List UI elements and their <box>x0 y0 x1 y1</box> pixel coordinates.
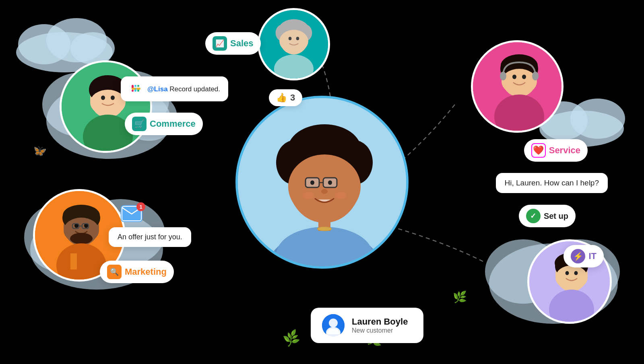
svg-point-98 <box>566 271 569 275</box>
service-label: Service <box>549 145 580 156</box>
sales-pill: 📈 Sales <box>205 32 261 55</box>
person-svg-tr <box>473 42 564 133</box>
person-svg-tl <box>62 62 152 153</box>
svg-point-26 <box>101 96 105 100</box>
svg-point-83 <box>321 189 328 194</box>
slack-rest: Record updated. <box>168 85 220 93</box>
sales-label: Sales <box>230 38 254 49</box>
svg-point-47 <box>532 72 539 80</box>
reaction-bubble: 👍 3 <box>269 89 302 106</box>
person-top-left <box>60 60 152 153</box>
it-icon: ⚡ <box>571 249 585 263</box>
person-top-right <box>471 40 564 133</box>
leaf-right: 🌿 <box>453 290 467 304</box>
svg-point-43 <box>502 69 537 95</box>
svg-point-25 <box>90 90 126 115</box>
slack-message: @Lisa Record updated. <box>147 85 220 93</box>
svg-point-84 <box>303 192 314 199</box>
service-icon: ❤️ <box>531 143 546 158</box>
svg-point-27 <box>111 96 115 100</box>
svg-rect-35 <box>137 85 139 87</box>
lauren-avatar-icon <box>322 314 345 337</box>
svg-point-82 <box>328 180 332 185</box>
slack-bubble: @Lisa Record updated. <box>121 76 228 101</box>
email-notification: 1 <box>121 205 142 224</box>
svg-rect-31 <box>132 90 134 92</box>
lauren-name: Lauren Boyle <box>352 317 408 327</box>
commerce-label: Commerce <box>150 119 196 129</box>
svg-point-71 <box>317 227 332 231</box>
setup-pill: ✓ Set up <box>519 205 576 227</box>
it-label: IT <box>588 251 597 261</box>
svg-point-99 <box>574 271 578 275</box>
svg-point-13 <box>279 30 308 53</box>
setup-icon: ✓ <box>526 209 541 223</box>
svg-point-14 <box>289 37 292 41</box>
lauren-card: Lauren Boyle New customer <box>311 308 423 343</box>
service-pill: ❤️ Service <box>524 139 588 162</box>
offer-bubble: An offer just for you. <box>109 227 191 247</box>
svg-rect-36 <box>132 88 136 90</box>
svg-point-87 <box>329 319 338 327</box>
reaction-count: 3 <box>290 93 295 103</box>
svg-point-46 <box>500 72 506 80</box>
svg-point-44 <box>512 75 516 79</box>
svg-rect-32 <box>134 85 136 87</box>
svg-point-6 <box>570 99 625 139</box>
svg-point-45 <box>522 75 526 79</box>
it-pill: ⚡ IT <box>564 245 604 267</box>
user-icon <box>322 314 345 337</box>
marketing-label: Marketing <box>125 267 167 277</box>
service-greeting-text: Hi, Lauren. How can I help? <box>505 179 599 187</box>
marketing-icon: 🔍 <box>107 265 122 279</box>
offer-text: An offer just for you. <box>118 233 182 241</box>
marketing-pill: 🔍 Marketing <box>100 261 174 283</box>
person-svg-top-center <box>260 8 328 80</box>
commerce-icon: 🛒 <box>132 117 147 131</box>
lauren-info: Lauren Boyle New customer <box>352 317 408 334</box>
svg-rect-37 <box>136 88 140 90</box>
svg-point-81 <box>310 180 314 185</box>
service-greeting-bubble: Hi, Lauren. How can I help? <box>496 173 608 193</box>
svg-rect-65 <box>70 253 77 269</box>
commerce-pill: 🛒 Commerce <box>125 113 203 135</box>
lauren-subtitle: New customer <box>352 327 408 334</box>
center-person-svg <box>238 98 409 269</box>
slack-mention: @Lisa <box>147 85 168 93</box>
person-top-center <box>258 8 330 80</box>
notification-badge: 1 <box>136 202 145 211</box>
butterfly: 🦋 <box>34 145 47 157</box>
main-scene: 📈 Sales <box>0 0 644 364</box>
leaf-bottom-left: 🌿 <box>281 328 302 348</box>
person-avatar-top-center <box>260 10 328 78</box>
svg-point-63 <box>70 233 93 244</box>
slack-icon <box>129 82 142 96</box>
sales-icon: 📈 <box>213 36 227 51</box>
setup-label: Set up <box>544 212 568 221</box>
reaction-emoji: 👍 <box>276 93 287 103</box>
svg-point-97 <box>555 265 588 290</box>
svg-point-85 <box>335 192 346 199</box>
center-person-circle <box>235 96 409 269</box>
svg-point-15 <box>296 37 299 41</box>
